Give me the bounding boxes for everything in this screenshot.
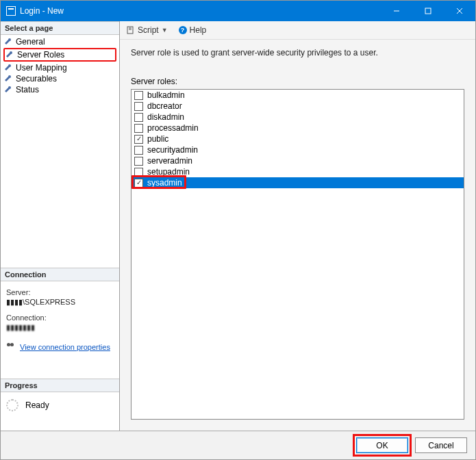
checkbox[interactable] — [134, 135, 143, 144]
svg-rect-1 — [425, 8, 431, 14]
connection-value: ▮▮▮▮▮▮▮ — [6, 323, 114, 332]
checkbox[interactable] — [134, 146, 143, 155]
role-label: sysadmin — [147, 178, 182, 188]
role-label: dbcreator — [147, 101, 182, 111]
role-label: processadmin — [147, 123, 199, 133]
server-roles-listbox[interactable]: bulkadmin dbcreator diskadmin processadm… — [131, 89, 464, 420]
checkbox[interactable] — [134, 102, 143, 111]
script-icon — [127, 26, 135, 34]
checkbox[interactable] — [134, 157, 143, 166]
page-user-mapping[interactable]: User Mapping — [3, 62, 116, 73]
checkbox[interactable] — [134, 124, 143, 133]
role-label: public — [147, 134, 168, 144]
page-securables[interactable]: Securables — [3, 73, 116, 84]
page-server-roles[interactable]: Server Roles — [3, 48, 116, 62]
people-icon — [6, 343, 16, 351]
content-pane: Script ▼ ? Help Server role is used to g… — [120, 21, 475, 431]
server-label: Server: — [6, 288, 114, 296]
page-label: General — [16, 37, 45, 47]
role-dbcreator[interactable]: dbcreator — [131, 101, 464, 112]
server-value: ▮▮▮▮\SQLEXPRESS — [6, 298, 114, 307]
minimize-button[interactable] — [381, 1, 412, 21]
role-label: securityadmin — [147, 145, 198, 155]
checkbox[interactable] — [134, 168, 143, 177]
window-title: Login - New — [20, 6, 64, 16]
role-securityadmin[interactable]: securityadmin — [131, 144, 464, 155]
role-label: bulkadmin — [147, 90, 185, 100]
connection-header: Connection — [1, 268, 119, 281]
spinner-icon — [6, 399, 18, 411]
role-public[interactable]: public — [131, 133, 464, 144]
role-label: serveradmin — [147, 156, 192, 166]
ok-button[interactable]: OK — [356, 437, 408, 453]
role-sysadmin[interactable]: sysadmin — [131, 177, 464, 188]
role-processadmin[interactable]: processadmin — [131, 123, 464, 133]
page-label: Status — [16, 85, 39, 94]
cancel-label: Cancel — [428, 441, 453, 450]
wrench-icon — [5, 86, 13, 94]
page-label: Securables — [16, 74, 57, 84]
view-connection-properties[interactable]: View connection properties — [1, 343, 119, 351]
progress-header: Progress — [1, 379, 119, 392]
select-page-header: Select a page — [1, 21, 119, 35]
help-button[interactable]: Help — [190, 25, 207, 35]
checkbox[interactable] — [134, 113, 143, 122]
role-label: diskadmin — [147, 112, 184, 122]
wrench-icon — [5, 38, 13, 46]
server-roles-label: Server roles: — [131, 77, 464, 86]
title-bar: Login - New — [1, 1, 475, 21]
role-diskadmin[interactable]: diskadmin — [131, 112, 464, 123]
page-general[interactable]: General — [3, 36, 116, 47]
role-label: setupadmin — [147, 167, 190, 177]
cancel-button[interactable]: Cancel — [415, 437, 467, 453]
page-label: User Mapping — [16, 63, 67, 73]
checkbox[interactable] — [134, 91, 143, 100]
checkbox[interactable] — [134, 179, 143, 188]
script-dropdown-icon[interactable]: ▼ — [162, 27, 168, 34]
wrench-icon — [5, 75, 13, 83]
toolbar: Script ▼ ? Help — [120, 21, 475, 40]
dialog-footer: OK Cancel — [1, 431, 475, 459]
connection-block: Server: ▮▮▮▮\SQLEXPRESS Connection: ▮▮▮▮… — [1, 281, 119, 336]
page-list: General Server Roles User Mapping Secura… — [1, 35, 119, 97]
sidebar: Select a page General Server Roles User … — [1, 21, 120, 431]
page-status[interactable]: Status — [3, 84, 116, 95]
app-icon — [6, 6, 16, 16]
close-button[interactable] — [444, 1, 475, 21]
wrench-icon — [5, 64, 13, 72]
progress-status: Ready — [25, 400, 49, 410]
role-setupadmin[interactable]: setupadmin — [131, 166, 464, 177]
wrench-icon — [6, 51, 14, 59]
maximize-button[interactable] — [412, 1, 444, 21]
script-button[interactable]: Script — [138, 25, 159, 35]
role-serveradmin[interactable]: serveradmin — [131, 155, 464, 166]
progress-block: Ready — [1, 392, 119, 418]
page-label: Server Roles — [17, 50, 64, 60]
view-connection-link[interactable]: View connection properties — [20, 343, 110, 351]
ok-label: OK — [376, 441, 388, 450]
role-bulkadmin[interactable]: bulkadmin — [131, 90, 464, 101]
connection-label: Connection: — [6, 314, 114, 322]
help-icon: ? — [179, 26, 187, 34]
description-text: Server role is used to grant server-wide… — [131, 48, 464, 58]
